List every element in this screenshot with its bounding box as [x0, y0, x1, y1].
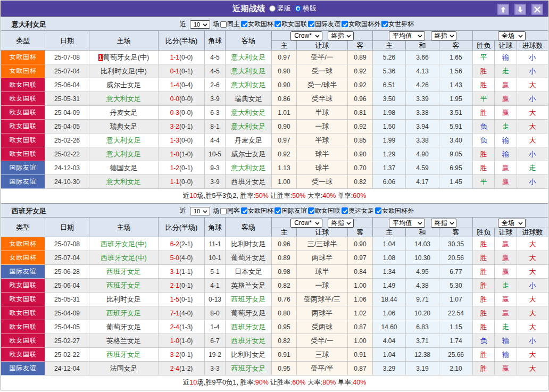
avg-draw: 3.19 — [406, 362, 439, 376]
summary-text: 60% — [292, 379, 305, 386]
competition-checkbox[interactable] — [308, 21, 314, 27]
odds-company-select[interactable]: Crow* — [290, 219, 322, 228]
competition-checkbox[interactable] — [381, 21, 388, 27]
summary-text: 大率: — [305, 379, 322, 386]
competition-checkbox[interactable] — [342, 21, 348, 27]
competition-checkbox[interactable] — [308, 207, 314, 214]
corner-score: 0-13 — [205, 293, 226, 306]
competition-badge: 国际友谊 — [1, 362, 45, 376]
average-select[interactable]: 平均值 — [389, 31, 425, 40]
avg-away: 3.51 — [439, 106, 473, 120]
avg-draw: 3.38 — [406, 134, 439, 147]
average-select[interactable]: 平均值 — [389, 219, 425, 228]
corner-score: 3-3 — [205, 362, 226, 376]
odds-company-select[interactable]: Crow* — [290, 31, 322, 40]
competition-label: 女欧国杯 — [248, 20, 273, 28]
layout-horizontal-radio[interactable] — [295, 5, 301, 12]
summary-text: 60% — [353, 192, 366, 199]
odds-away: 1.06 — [348, 293, 373, 306]
odds-away: 1.00 — [348, 334, 373, 348]
odds-away: 0.89 — [348, 51, 373, 64]
scope-select[interactable]: 全场 — [498, 31, 526, 40]
match-count-select[interactable]: 10 — [190, 207, 210, 215]
match-date: 25-02-26 — [45, 134, 89, 147]
home-team: 1葡萄牙女足(中) — [89, 51, 159, 64]
average-time-select[interactable]: 终指 — [431, 219, 456, 228]
table-row: 类型 日期 主场 比分(半场) 角球 客场 Crow* 终指 平均值 终指 — [1, 218, 548, 228]
avg-draw: 4.90 — [406, 147, 439, 161]
same-venue-checkbox[interactable] — [220, 21, 227, 28]
competition-label: 国际友谊 — [315, 20, 340, 28]
result-goals: 大 — [517, 265, 548, 279]
result-goals: 大 — [517, 78, 548, 92]
competition-checkbox[interactable] — [375, 207, 381, 214]
match-count-select[interactable]: 10 — [190, 20, 210, 29]
move-up-button[interactable] — [497, 4, 509, 15]
avg-home: 1.99 — [373, 134, 406, 147]
odds-line: 半球 — [297, 134, 348, 147]
result-winloss: 胜 — [473, 147, 495, 161]
avg-home: 1.08 — [373, 251, 406, 265]
competition-label: 女欧国杯外 — [348, 20, 380, 28]
col-res-handicap: 让球 — [495, 41, 517, 51]
avg-home: 6.06 — [373, 175, 406, 189]
recent-results-widget: 近期战绩 竖版 横版 意大利女足 近 10 场 — [1, 1, 548, 390]
match-row: 欧女国联25-04-05葡萄牙女足2-4(1-3)1-4西班牙女足0.95受两球… — [1, 320, 548, 334]
result-text: 输 — [502, 337, 509, 345]
td-element: 近10场,胜9平0负1, 胜率:90% 让胜率:60% 大率:80% 单率:40… — [1, 376, 548, 390]
same-venue-checkbox[interactable] — [220, 208, 227, 214]
average-time-select[interactable]: 终指 — [431, 31, 456, 40]
result-goals: 小 — [517, 64, 548, 78]
summary-text: 近 — [183, 192, 190, 199]
result-text: 平 — [480, 53, 487, 61]
score: 2-1(0-1) — [159, 279, 205, 293]
avg-home: 1.50 — [373, 120, 406, 134]
score-halftime: (0-0) — [179, 137, 193, 144]
result-text: 赢 — [502, 268, 509, 276]
competition-checkbox[interactable] — [342, 207, 348, 214]
result-text: 大 — [529, 351, 536, 358]
odds-time-select[interactable]: 终指 — [328, 31, 354, 40]
match-row: 欧女国联25-04-09西班牙女足7-1(4-0)8-0葡萄牙女足0.80两球半… — [1, 306, 548, 320]
team-name: 西班牙女足 — [12, 205, 46, 217]
odds-group-header: Crow* 终指 — [272, 218, 373, 228]
result-handicap: 赢 — [495, 106, 517, 120]
team-name-text: 葡萄牙女足 — [106, 323, 141, 331]
select-value: 平均值 — [393, 31, 412, 40]
score-halftime: (0-0) — [179, 109, 193, 116]
avg-home: 4.04 — [373, 334, 406, 348]
odds-time-select[interactable]: 终指 — [328, 219, 354, 228]
odds-away: 0.92 — [348, 78, 373, 92]
match-date: 25-05-31 — [45, 293, 89, 306]
home-team: 西班牙女足(中) — [89, 237, 159, 251]
result-winloss: 胜 — [473, 78, 495, 92]
odds-home: 0.96 — [272, 237, 297, 251]
scope-select[interactable]: 全场 — [498, 219, 526, 228]
team-name-text: 意大利女足 — [231, 81, 266, 89]
avg-home: 1.06 — [373, 306, 406, 320]
competition-checkbox[interactable] — [241, 21, 247, 27]
result-text: 赢 — [502, 254, 509, 262]
team-name-text: 威尔士女足 — [231, 150, 266, 158]
move-down-button[interactable] — [514, 4, 526, 15]
home-team: 意大利女足 — [89, 92, 159, 106]
score-fulltime: 1-1 — [170, 54, 179, 61]
col-res-goals: 进球数 — [517, 41, 548, 51]
close-button[interactable] — [531, 4, 543, 15]
result-handicap: 走 — [495, 320, 517, 334]
competition-checkbox[interactable] — [274, 207, 281, 214]
col-odds-away: 客 — [348, 228, 373, 237]
away-team: 意大利女足 — [226, 161, 272, 175]
layout-vertical-radio[interactable] — [269, 5, 276, 12]
layout-horizontal-label[interactable]: 横版 — [303, 4, 317, 13]
team-name-text: 西班牙女足 — [106, 351, 141, 358]
score: 3-2(0-1) — [159, 120, 205, 134]
layout-vertical-label[interactable]: 竖版 — [277, 4, 291, 13]
competition-checkbox[interactable] — [274, 21, 281, 27]
col-res-wl: 胜负 — [473, 41, 495, 51]
match-row: 欧女国联25-06-04西班牙女足2-1(0-1)4-1英格兰女足0.82一球1… — [1, 279, 548, 293]
odds-line: 一球 — [297, 120, 348, 134]
title-group: 近期战绩 竖版 横版 — [1, 1, 548, 16]
score-fulltime: 2-4 — [170, 365, 179, 372]
competition-checkbox[interactable] — [241, 207, 247, 214]
